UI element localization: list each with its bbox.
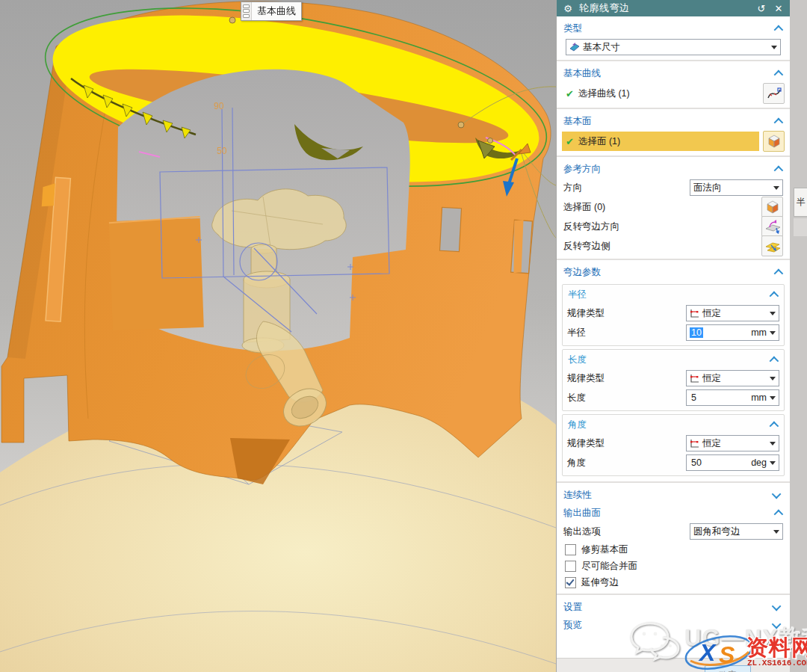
separator xyxy=(557,58,790,64)
separator xyxy=(557,153,790,159)
dialog-menu-gear-icon[interactable]: ⚙ xyxy=(562,3,574,14)
direction-row: 方向 面法向 xyxy=(561,178,785,197)
angle-unit[interactable]: deg xyxy=(751,457,770,468)
reverse-side-row: 反转弯边侧 xyxy=(561,236,785,256)
contour-flange-dialog: ⚙ 轮廓线弯边 ↺ ✕ 类型 基本尺寸 xyxy=(556,0,790,672)
section-reference-direction[interactable]: 参考方向 xyxy=(561,160,785,178)
chevron-down-icon[interactable] xyxy=(772,601,782,611)
reverse-side-button[interactable] xyxy=(761,235,783,256)
trim-base-face-row: 修剪基本面 xyxy=(561,541,785,558)
chevron-down-icon[interactable] xyxy=(772,619,782,629)
subsection-angle[interactable]: 角度 xyxy=(566,416,781,434)
reverse-direction-button[interactable] xyxy=(761,216,783,237)
3d-viewport[interactable]: 90 50 xyxy=(0,0,556,672)
face-select-button[interactable] xyxy=(763,131,785,152)
radius-input[interactable]: 10 mm xyxy=(686,324,779,341)
chevron-down-icon[interactable] xyxy=(772,489,782,499)
dropdown-arrow-icon xyxy=(771,46,777,49)
clipped-onscreen-input-body xyxy=(794,218,807,236)
nx-application-window: 90 50 基本曲线 xyxy=(0,0,807,672)
angle-law-row: 规律类型 恒定 xyxy=(566,434,781,453)
dropdown-arrow-icon xyxy=(770,312,776,315)
separator xyxy=(557,256,790,262)
section-base-curve[interactable]: 基本曲线 xyxy=(561,64,785,82)
radius-value-selected[interactable]: 10 xyxy=(690,327,703,338)
dropdown-arrow-icon xyxy=(773,186,779,190)
base-size-icon xyxy=(569,42,580,52)
direction-dropdown[interactable]: 面法向 xyxy=(690,179,783,196)
angle-input[interactable]: 50 deg xyxy=(686,454,779,471)
select-face-field-active[interactable]: ✔ 选择面 (1) xyxy=(562,132,759,151)
section-base-face[interactable]: 基本面 xyxy=(561,112,785,130)
length-unit[interactable]: mm xyxy=(751,392,770,403)
chevron-up-icon[interactable] xyxy=(774,117,784,127)
select-face-row: ✔ 选择面 (1) xyxy=(561,130,785,152)
dimension-label: 50 xyxy=(217,146,227,156)
dropdown-arrow-icon xyxy=(770,396,776,400)
subsection-length[interactable]: 长度 xyxy=(566,351,781,369)
merge-faces-checkbox[interactable] xyxy=(565,561,576,572)
extend-flange-row: 延伸弯边 xyxy=(561,574,785,591)
chevron-up-icon[interactable] xyxy=(774,268,784,278)
trim-base-face-checkbox[interactable] xyxy=(565,544,576,555)
dropdown-arrow-icon xyxy=(770,331,776,335)
radius-group: 半径 规律类型 恒定 半径 xyxy=(562,284,785,346)
section-output-surface[interactable]: 输出曲面 xyxy=(561,504,785,522)
radius-value-row: 半径 10 mm xyxy=(566,323,781,342)
tooltip-label: 基本曲线 xyxy=(252,2,301,20)
chevron-up-icon[interactable] xyxy=(770,291,779,300)
angle-value[interactable]: 50 xyxy=(690,457,703,468)
dropdown-arrow-icon xyxy=(773,530,779,534)
tooltip-icon-strip xyxy=(241,2,252,20)
length-value[interactable]: 5 xyxy=(690,392,698,403)
select-curve-row: ✔ 选择曲线 (1) xyxy=(561,82,785,105)
dimension-label: 90 xyxy=(214,101,224,111)
chevron-up-icon[interactable] xyxy=(770,421,779,431)
close-icon[interactable]: ✕ xyxy=(773,3,785,14)
length-law-dropdown[interactable]: 恒定 xyxy=(686,370,779,386)
section-flange-parameters[interactable]: 弯边参数 xyxy=(561,263,785,281)
radius-law-row: 规律类型 恒定 xyxy=(566,303,781,323)
section-continuity[interactable]: 连续性 xyxy=(561,486,785,504)
length-input[interactable]: 5 mm xyxy=(686,389,779,406)
radius-unit[interactable]: mm xyxy=(751,327,770,338)
constant-law-icon xyxy=(690,374,699,383)
clipped-onscreen-input[interactable]: 半 xyxy=(794,188,807,217)
length-law-row: 规律类型 恒定 xyxy=(566,369,781,388)
constant-law-icon xyxy=(690,309,699,318)
check-icon: ✔ xyxy=(566,88,574,99)
section-settings[interactable]: 设置 xyxy=(561,598,785,616)
dialog-body: 类型 基本尺寸 基本曲线 xyxy=(557,16,790,672)
chevron-up-icon[interactable] xyxy=(774,25,784,34)
chevron-up-icon[interactable] xyxy=(774,509,784,519)
radius-law-dropdown[interactable]: 恒定 xyxy=(686,305,779,321)
angle-law-dropdown[interactable]: 恒定 xyxy=(686,435,779,451)
subsection-radius[interactable]: 半径 xyxy=(566,286,781,303)
dialog-titlebar[interactable]: ⚙ 轮廓线弯边 ↺ ✕ xyxy=(557,0,790,16)
chevron-up-icon[interactable] xyxy=(770,356,779,366)
section-preview[interactable]: 预览 xyxy=(561,616,785,634)
select-curve-field[interactable]: ✔ 选择曲线 (1) xyxy=(562,84,759,103)
shroud-slot xyxy=(440,207,462,251)
length-group: 长度 规律类型 恒定 长度 xyxy=(562,349,785,411)
section-type[interactable]: 类型 xyxy=(561,19,785,37)
angle-value-row: 角度 50 deg xyxy=(566,453,781,472)
ok-button[interactable]: 确定 xyxy=(705,665,751,672)
output-option-dropdown[interactable]: 圆角和弯边 xyxy=(690,523,783,540)
chevron-up-icon[interactable] xyxy=(774,165,784,175)
output-option-row: 输出选项 圆角和弯边 xyxy=(561,522,785,541)
type-row: 基本尺寸 xyxy=(561,37,785,57)
curve-select-button[interactable] xyxy=(763,83,785,104)
cube-icon xyxy=(767,134,782,149)
dropdown-arrow-icon xyxy=(770,461,776,465)
ref-face-select-button[interactable] xyxy=(761,197,783,218)
reverse-direction-row: 反转弯边方向 xyxy=(561,217,785,236)
check-icon: ✔ xyxy=(566,136,574,147)
type-dropdown[interactable]: 基本尺寸 xyxy=(566,39,781,55)
chevron-up-icon[interactable] xyxy=(774,70,784,79)
separator xyxy=(557,105,790,111)
extend-flange-checkbox[interactable] xyxy=(565,577,576,588)
angle-group: 角度 规律类型 恒定 角度 xyxy=(562,414,785,476)
reset-icon[interactable]: ↺ xyxy=(755,3,767,14)
curve-icon xyxy=(766,85,782,102)
